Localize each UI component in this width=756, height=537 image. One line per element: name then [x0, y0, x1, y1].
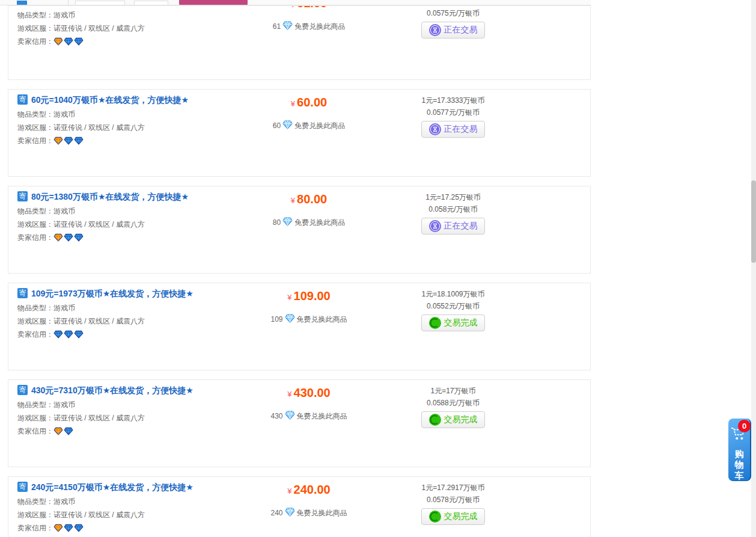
diamond-icon: [285, 314, 295, 325]
credit-line: 卖家信用：: [17, 35, 258, 48]
rate-line-2: 0.0588元/万银币: [390, 397, 516, 409]
credit-line: 卖家信用：: [17, 521, 258, 535]
credit-line: 卖家信用：: [17, 231, 258, 244]
credit-gem-icons: [53, 427, 73, 435]
item-type-line: 物品类型：游戏币: [17, 108, 258, 121]
listing-row: 寄 80元=1380万银币★在线发货，方便快捷★ 物品类型：游戏币 游戏区服：诺…: [8, 186, 591, 274]
listing-row: 寄 109元=1973万银币★在线发货，方便快捷★ 物品类型：游戏币 游戏区服：…: [8, 283, 591, 370]
consign-badge: 寄: [17, 94, 28, 105]
status-icon: [429, 511, 441, 523]
item-type-line: 物品类型：游戏币: [17, 495, 258, 508]
exchange-line: 60免费兑换此商品: [252, 120, 366, 131]
listing-row: 寄 物品类型：游戏币 游戏区服：诺亚传说 / 双线区 / 威震八方 卖家信用： …: [8, 5, 591, 80]
exchange-line: 430免费兑换此商品: [252, 411, 366, 422]
credit-line: 卖家信用：: [17, 134, 258, 147]
listing-row: 寄 240元=4150万银币★在线发货，方便快捷★ 物品类型：游戏币 游戏区服：…: [8, 476, 591, 537]
cart-label: 购 物 车: [728, 449, 750, 481]
price: ¥240.00: [252, 482, 366, 497]
filter-bar: [0, 0, 591, 5]
server-line: 游戏区服：诺亚传说 / 双线区 / 威震八方: [17, 411, 258, 425]
item-type-line: 物品类型：游戏币: [17, 398, 258, 411]
server-line: 游戏区服：诺亚传说 / 双线区 / 威震八方: [17, 22, 258, 35]
scrollbar-thumb[interactable]: [751, 180, 756, 263]
credit-gem-icons: [53, 524, 84, 532]
status-button[interactable]: 正在交易: [421, 218, 485, 235]
exchange-line: 109免费兑换此商品: [252, 314, 366, 325]
rate-line-2: 0.0575元/万银币: [390, 7, 516, 19]
filter-input[interactable]: [134, 1, 168, 5]
consign-badge: 寄: [17, 191, 28, 201]
rate-line-1: 1元=17.3333万银币: [390, 94, 516, 106]
price: ¥109.00: [252, 288, 366, 304]
item-type-line: 物品类型：游戏币: [17, 204, 258, 218]
status-icon: [429, 220, 441, 232]
status-button[interactable]: 交易完成: [421, 315, 485, 331]
diamond-icon: [282, 217, 293, 228]
credit-line: 卖家信用：: [17, 328, 258, 341]
status-icon: [429, 123, 441, 135]
shopping-cart-widget[interactable]: 0 购 物 车: [728, 419, 751, 481]
selected-tab-sliver[interactable]: [17, 1, 27, 5]
price: ¥60.00: [252, 94, 366, 110]
listing-title-link[interactable]: 60元=1040万银币★在线发货，方便快捷★: [31, 94, 189, 105]
listing-row: 寄 60元=1040万银币★在线发货，方便快捷★ 物品类型：游戏币 游戏区服：诺…: [8, 89, 591, 177]
consign-badge: 寄: [17, 385, 28, 395]
price: ¥80.00: [252, 191, 366, 207]
rate-line-1: 1元=17.25万银币: [390, 191, 516, 203]
server-line: 游戏区服：诺亚传说 / 双线区 / 威震八方: [17, 315, 258, 328]
listing-list: 寄 物品类型：游戏币 游戏区服：诺亚传说 / 双线区 / 威震八方 卖家信用： …: [8, 5, 591, 537]
item-type-line: 物品类型：游戏币: [17, 8, 258, 22]
diamond-icon: [282, 21, 293, 32]
listing-title-link[interactable]: 240元=4150万银币★在线发货，方便快捷★: [31, 482, 194, 493]
diamond-icon: [285, 508, 295, 518]
status-button[interactable]: 正在交易: [421, 121, 485, 138]
status-button[interactable]: 交易完成: [421, 508, 485, 525]
listing-title-link[interactable]: 80元=1380万银币★在线发货，方便快捷★: [31, 191, 189, 202]
item-type-line: 物品类型：游戏币: [17, 301, 258, 315]
rate-line-1: 1元=18.1009万银币: [390, 288, 516, 300]
toolbar-divider: [68, 0, 69, 5]
status-button[interactable]: 正在交易: [421, 22, 485, 38]
scrollbar-track[interactable]: [751, 0, 756, 537]
listing-title-link[interactable]: 430元=7310万银币★在线发货，方便快捷★: [31, 385, 194, 396]
rate-line-2: 0.0552元/万银币: [390, 300, 516, 312]
exchange-line: 240免费兑换此商品: [252, 508, 366, 518]
price: ¥430.00: [252, 385, 366, 400]
filter-input[interactable]: [75, 1, 125, 5]
exchange-line: 61免费兑换此商品: [252, 21, 366, 32]
status-icon: [429, 24, 441, 36]
server-line: 游戏区服：诺亚传说 / 双线区 / 威震八方: [17, 121, 258, 134]
consign-badge: 寄: [17, 482, 28, 492]
rate-line-2: 0.0577元/万银币: [390, 106, 516, 118]
listing-title-link[interactable]: 109元=1973万银币★在线发货，方便快捷★: [31, 288, 194, 299]
exchange-line: 80免费兑换此商品: [252, 217, 366, 228]
price: ¥61.00: [252, 5, 366, 11]
server-line: 游戏区服：诺亚传说 / 双线区 / 威震八方: [17, 218, 258, 231]
status-button[interactable]: 交易完成: [421, 411, 485, 428]
search-button[interactable]: [179, 0, 248, 5]
credit-gem-icons: [53, 233, 84, 242]
diamond-icon: [282, 120, 293, 131]
credit-gem-icons: [53, 37, 84, 46]
diamond-icon: [285, 411, 295, 422]
status-icon: [429, 414, 441, 426]
rate-line-1: 1元=17.2917万银币: [390, 482, 516, 494]
status-icon: [429, 317, 441, 329]
listing-row: 寄 430元=7310万银币★在线发货，方便快捷★ 物品类型：游戏币 游戏区服：…: [8, 379, 591, 467]
credit-gem-icons: [53, 137, 84, 145]
cart-count-badge: 0: [738, 420, 751, 432]
consign-badge: 寄: [17, 288, 28, 298]
rate-line-2: 0.058元/万银币: [390, 203, 516, 215]
rate-line-1: 1元=17万银币: [390, 385, 516, 397]
server-line: 游戏区服：诺亚传说 / 双线区 / 威震八方: [17, 508, 258, 521]
rate-line-2: 0.0578元/万银币: [390, 494, 516, 506]
credit-line: 卖家信用：: [17, 425, 258, 438]
credit-gem-icons: [53, 330, 84, 339]
